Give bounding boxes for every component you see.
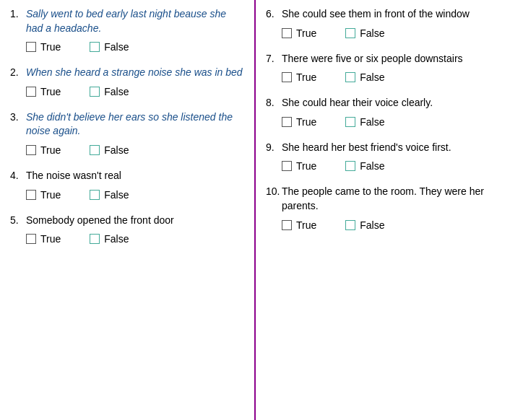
question-7-true-label: True <box>296 71 316 83</box>
question-1-true-checkbox[interactable] <box>26 42 36 52</box>
question-1-true-label: True <box>40 41 61 53</box>
right-column: 6. She could see them in front of the wi… <box>256 0 510 420</box>
question-8-false-option[interactable]: False <box>345 116 384 128</box>
question-9-false-checkbox[interactable] <box>345 161 355 171</box>
question-10-text: The people came to the room. They were h… <box>282 185 500 213</box>
question-7-false-label: False <box>360 71 384 83</box>
question-3-true-checkbox[interactable] <box>26 145 36 155</box>
question-10-true-option[interactable]: True <box>282 219 316 231</box>
question-3-text: She didn't believe her ears so she liste… <box>26 110 244 139</box>
question-5-false-checkbox[interactable] <box>90 234 100 244</box>
question-2-false-option[interactable]: False <box>90 86 129 97</box>
question-8-number: 8. <box>266 96 282 110</box>
question-8-true-option[interactable]: True <box>282 116 316 128</box>
question-8-false-label: False <box>360 116 384 128</box>
question-3: 3. She didn't believe her ears so she li… <box>10 110 244 156</box>
question-7-true-option[interactable]: True <box>282 71 316 83</box>
question-1: 1. Sally went to bed early last night be… <box>10 7 244 53</box>
question-1-text: Sally went to bed early last night beaus… <box>26 7 244 35</box>
question-4-true-checkbox[interactable] <box>26 190 36 200</box>
question-3-true-label: True <box>40 144 61 156</box>
question-6-false-checkbox[interactable] <box>345 28 355 38</box>
question-9-false-option[interactable]: False <box>345 160 384 172</box>
question-1-false-label: False <box>104 41 129 53</box>
question-6: 6. She could see them in front of the wi… <box>266 7 500 39</box>
question-1-true-option[interactable]: True <box>26 41 61 53</box>
question-6-text: She could see them in front of the windo… <box>282 7 500 22</box>
question-2-false-checkbox[interactable] <box>90 87 100 97</box>
question-8: 8. She could hear their voice clearly. T… <box>266 96 500 128</box>
question-3-false-label: False <box>104 144 129 156</box>
question-7-false-checkbox[interactable] <box>345 72 355 82</box>
question-10-false-checkbox[interactable] <box>345 220 355 230</box>
question-4-false-checkbox[interactable] <box>90 190 100 200</box>
question-5: 5. Somebody opened the front door True F… <box>10 214 244 245</box>
question-6-true-option[interactable]: True <box>282 27 316 39</box>
question-9: 9. She heard her best friend's voice fir… <box>266 141 500 172</box>
question-8-text: She could hear their voice clearly. <box>282 96 500 110</box>
question-5-false-label: False <box>104 233 129 245</box>
question-5-true-option[interactable]: True <box>26 233 61 245</box>
question-4-number: 4. <box>10 169 26 183</box>
question-8-options: True False <box>282 116 500 128</box>
question-3-number: 3. <box>10 110 26 139</box>
question-9-options: True False <box>282 160 500 172</box>
question-2-false-label: False <box>104 86 129 97</box>
question-2-options: True False <box>26 86 244 97</box>
question-10-false-label: False <box>360 219 384 231</box>
question-5-true-label: True <box>40 233 61 245</box>
question-4-false-option[interactable]: False <box>90 189 129 201</box>
question-5-false-option[interactable]: False <box>90 233 129 245</box>
question-2-true-checkbox[interactable] <box>26 87 36 97</box>
question-7-number: 7. <box>266 52 282 66</box>
question-9-false-label: False <box>360 160 384 172</box>
question-7-text: There were five or six people downstairs <box>282 52 500 66</box>
question-2: 2. When she heard a strange noise she wa… <box>10 66 244 97</box>
question-6-false-label: False <box>360 27 384 39</box>
question-2-number: 2. <box>10 66 26 80</box>
question-1-false-checkbox[interactable] <box>90 42 100 52</box>
question-6-options: True False <box>282 27 500 39</box>
question-5-options: True False <box>26 233 244 245</box>
question-3-options: True False <box>26 144 244 156</box>
question-8-true-checkbox[interactable] <box>282 117 292 127</box>
question-3-true-option[interactable]: True <box>26 144 61 156</box>
question-7: 7. There were five or six people downsta… <box>266 52 500 84</box>
question-9-text: She heard her best friend's voice first. <box>282 141 500 155</box>
question-2-true-label: True <box>40 86 61 97</box>
question-1-false-option[interactable]: False <box>90 41 129 53</box>
question-9-true-checkbox[interactable] <box>282 161 292 171</box>
question-4-options: True False <box>26 189 244 201</box>
question-6-number: 6. <box>266 7 282 22</box>
question-10: 10. The people came to the room. They we… <box>266 185 500 230</box>
question-9-true-option[interactable]: True <box>282 160 316 172</box>
question-4: 4. The noise wasn't real True False <box>10 169 244 201</box>
question-7-false-option[interactable]: False <box>345 71 384 83</box>
question-4-true-label: True <box>40 189 61 201</box>
question-4-text: The noise wasn't real <box>26 169 244 183</box>
question-8-true-label: True <box>296 116 316 128</box>
question-10-true-checkbox[interactable] <box>282 220 292 230</box>
question-10-options: True False <box>282 219 500 231</box>
question-6-true-label: True <box>296 27 316 39</box>
question-3-false-option[interactable]: False <box>90 144 129 156</box>
question-2-text: When she heard a strange noise she was i… <box>26 66 244 80</box>
question-7-options: True False <box>282 71 500 83</box>
question-2-true-option[interactable]: True <box>26 86 61 97</box>
question-9-true-label: True <box>296 160 316 172</box>
question-9-number: 9. <box>266 141 282 155</box>
question-10-true-label: True <box>296 219 316 231</box>
question-5-text: Somebody opened the front door <box>26 214 244 228</box>
question-3-false-checkbox[interactable] <box>90 145 100 155</box>
question-4-true-option[interactable]: True <box>26 189 61 201</box>
question-8-false-checkbox[interactable] <box>345 117 355 127</box>
question-1-number: 1. <box>10 7 26 35</box>
question-5-true-checkbox[interactable] <box>26 234 36 244</box>
question-10-false-option[interactable]: False <box>345 219 384 231</box>
question-7-true-checkbox[interactable] <box>282 72 292 82</box>
question-6-true-checkbox[interactable] <box>282 28 292 38</box>
question-1-options: True False <box>26 41 244 53</box>
question-5-number: 5. <box>10 214 26 228</box>
question-6-false-option[interactable]: False <box>345 27 384 39</box>
question-4-false-label: False <box>104 189 129 201</box>
